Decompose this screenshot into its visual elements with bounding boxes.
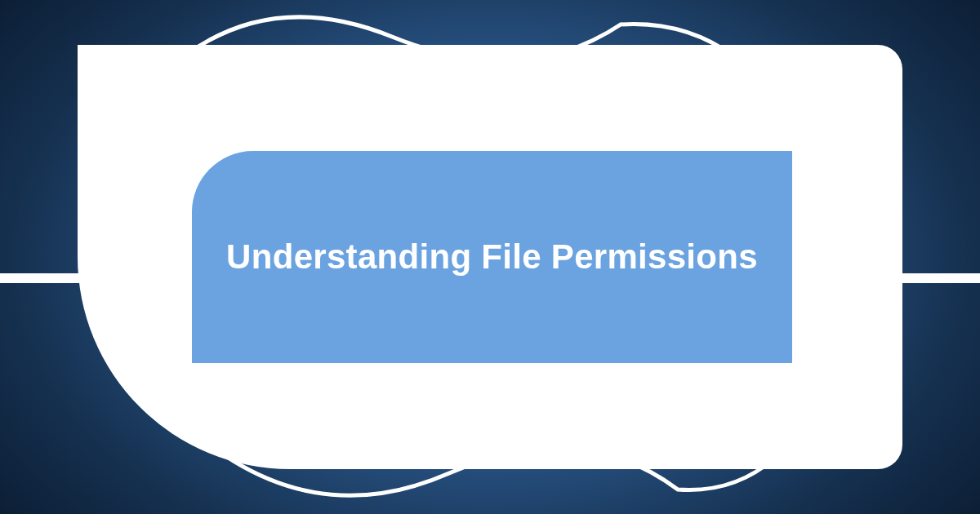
- decorative-wave-bottom-icon: [204, 383, 776, 514]
- inner-card: Understanding File Permissions: [192, 151, 792, 363]
- page-title: Understanding File Permissions: [226, 237, 758, 277]
